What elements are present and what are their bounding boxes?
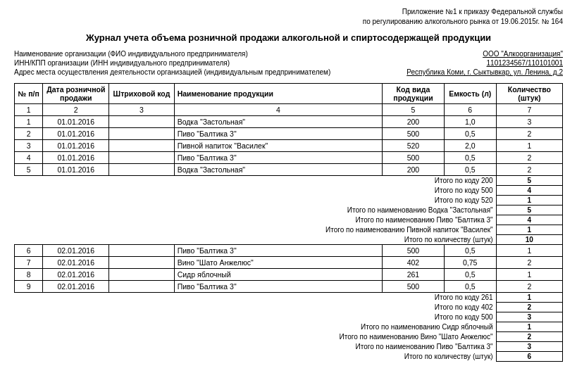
th-num: № п/п — [15, 84, 43, 104]
table-row: 501.01.2016Водка "Застольная"2000,52 — [15, 164, 563, 176]
summary-row: Итого по наименованию Пивной напиток "Ва… — [15, 225, 563, 235]
appendix-header: Приложение №1 к приказу Федеральной служ… — [14, 7, 563, 27]
org-inn-row: ИНН/КПП организации (ИНН индивидуального… — [14, 59, 563, 67]
main-table-container: № п/п Дата розничной продажи Штриховой к… — [14, 83, 563, 362]
page-title: Журнал учета объема розничной продажи ал… — [14, 32, 563, 43]
org-address-value: Республика Коми, г. Сыктывкар, ул. Ленин… — [407, 68, 563, 76]
table-row: 201.01.2016Пиво "Балтика 3"5000,52 — [15, 128, 563, 140]
journal-table: № п/п Дата розничной продажи Штриховой к… — [14, 83, 563, 362]
summary-row: Итого по коду 5201 — [15, 196, 563, 206]
table-row: 902.01.2016Пиво "Балтика 3"5000,52 — [15, 281, 563, 293]
th-qty: Количество (штук) — [496, 84, 562, 104]
table-row: 602.01.2016Пиво "Балтика 3"5000,51 — [15, 245, 563, 257]
org-address-label: Адрес места осуществления деятельности о… — [14, 68, 330, 76]
appendix-line1: Приложение №1 к приказу Федеральной служ… — [402, 8, 563, 15]
colnum-3: 3 — [109, 104, 174, 116]
summary-row: Итого по коду 4022 — [15, 303, 563, 312]
org-name-label: Наименование организации (ФИО индивидуал… — [14, 50, 248, 58]
table-colnum-row: 1 2 3 4 5 6 7 — [15, 104, 563, 116]
appendix-line2: по регулированию алкогольного рынка от 1… — [363, 18, 563, 25]
table-row: 802.01.2016Сидр яблочный2610,51 — [15, 269, 563, 281]
colnum-5: 5 — [383, 104, 445, 116]
summary-row: Итого по коду 2611 — [15, 293, 563, 303]
org-address-row: Адрес места осуществления деятельности о… — [14, 68, 563, 76]
th-date: Дата розничной продажи — [43, 84, 109, 104]
colnum-1: 1 — [15, 104, 43, 116]
summary-row: Итого по коду 2005 — [15, 176, 563, 186]
org-name-row: Наименование организации (ФИО индивидуал… — [14, 50, 563, 58]
summary-row: Итого по коду 5003 — [15, 312, 563, 322]
summary-row: Итого по наименованию Пиво "Балтика 3"4 — [15, 215, 563, 225]
summary-row: Итого по наименованию Пиво "Балтика 3"3 — [15, 342, 563, 352]
summary-row: Итого по наименованию Вино "Шато Анжелюс… — [15, 332, 563, 342]
table-row: 401.01.2016Пиво "Балтика 3"5000,52 — [15, 152, 563, 164]
org-inn-label: ИНН/КПП организации (ИНН индивидуального… — [14, 59, 230, 67]
th-barcode: Штриховой код — [109, 84, 174, 104]
summary-row: Итого по количеству (штук)10 — [15, 235, 563, 245]
org-inn-value: 1101234567/110101001 — [487, 59, 563, 67]
table-row: 301.01.2016Пивной напиток "Василек"5202,… — [15, 140, 563, 152]
table-row: 702.01.2016Вино "Шато Анжелюс"4020,752 — [15, 257, 563, 269]
colnum-4: 4 — [174, 104, 382, 116]
summary-row: Итого по коду 5004 — [15, 186, 563, 196]
th-volume: Емкость (л) — [444, 84, 496, 104]
th-name: Наименование продукции — [174, 84, 382, 104]
summary-row: Итого по наименованию Водка "Застольная"… — [15, 206, 563, 215]
summary-row: Итого по количеству (штук)6 — [15, 352, 563, 362]
table-row: 101.01.2016Водка "Застольная"2001,03 — [15, 116, 563, 128]
summary-row: Итого по наименованию Сидр яблочный1 — [15, 322, 563, 332]
colnum-2: 2 — [43, 104, 109, 116]
org-name-value: ООО "Алкоорганизация" — [483, 50, 563, 58]
colnum-6: 6 — [444, 104, 496, 116]
table-header-row: № п/п Дата розничной продажи Штриховой к… — [15, 84, 563, 104]
th-code: Код вида продукции — [383, 84, 445, 104]
colnum-7: 7 — [496, 104, 562, 116]
